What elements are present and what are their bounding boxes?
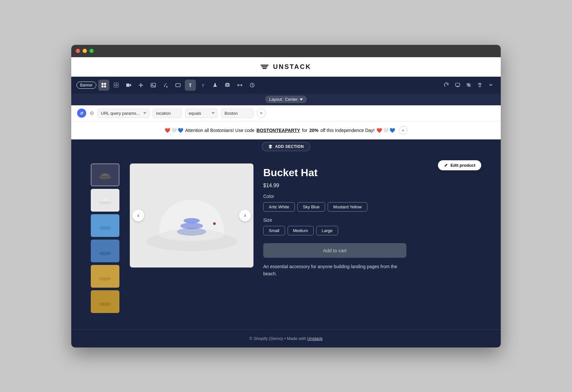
layout-bar: Layout: Center xyxy=(71,94,501,105)
footer-text: © Shopify (Demo) • Made with Unstack xyxy=(78,336,494,341)
paint-icon[interactable] xyxy=(160,80,171,91)
banner-text-suffix: off this Independence Day! xyxy=(320,128,375,133)
svg-rect-17 xyxy=(455,83,459,86)
toolbar: Banner xyxy=(71,77,501,94)
color-options: Artic White Sky Blue Mustard Yellow xyxy=(263,202,481,212)
edit-icon xyxy=(444,163,448,167)
hat-svg xyxy=(143,170,240,261)
clock-icon[interactable] xyxy=(247,80,258,91)
right-hearts: ❤️ 🤍 💙 xyxy=(376,128,395,133)
param-name-input[interactable] xyxy=(153,109,182,118)
size-label: Size xyxy=(263,217,481,223)
layout-dropdown[interactable]: Layout: Center xyxy=(265,96,307,103)
svg-rect-1 xyxy=(104,83,106,85)
toolbar-right-icons xyxy=(442,80,496,90)
color-label: Color xyxy=(263,194,481,199)
thumbnail-6[interactable] xyxy=(91,290,119,313)
svg-point-20 xyxy=(99,201,111,204)
param-type-select[interactable]: URL query params... xyxy=(97,109,149,118)
add-content-button[interactable]: + xyxy=(399,126,407,135)
container-icon[interactable] xyxy=(172,80,184,91)
layers-small-icon xyxy=(268,144,273,149)
svg-rect-7 xyxy=(116,85,118,87)
close-button[interactable] xyxy=(76,49,80,53)
maximize-button[interactable] xyxy=(89,49,94,53)
size-option-large[interactable]: Large xyxy=(316,226,338,235)
if-badge: If xyxy=(77,109,86,118)
refresh-icon[interactable] xyxy=(442,80,451,90)
product-section: Edit product xyxy=(71,154,501,329)
arrows-horizontal-icon[interactable] xyxy=(234,80,245,91)
footer-copyright: © Shopify (Demo) • Made with xyxy=(249,336,307,341)
thumbnail-4[interactable] xyxy=(91,240,119,262)
trash-icon[interactable] xyxy=(475,80,484,90)
banner-text-mid: for xyxy=(302,128,307,133)
add-section-label: ADD SECTION xyxy=(275,144,304,149)
svg-text:T: T xyxy=(202,83,204,88)
add-condition-button[interactable]: + xyxy=(257,109,266,118)
desktop-icon[interactable] xyxy=(453,80,462,90)
product-description: An essential accessory for anyone buildi… xyxy=(263,263,406,278)
thumbnail-3[interactable] xyxy=(91,214,119,237)
gear-icon[interactable]: ⚙ xyxy=(89,110,94,116)
prev-image-button[interactable]: ‹ xyxy=(132,210,144,221)
dashed-grid-icon[interactable] xyxy=(111,80,122,91)
chevron-down-icon[interactable] xyxy=(486,80,496,90)
minimize-button[interactable] xyxy=(83,49,87,53)
thumbnail-2[interactable] xyxy=(91,189,119,212)
svg-point-19 xyxy=(99,175,111,179)
color-option-blue[interactable]: Sky Blue xyxy=(297,202,325,212)
brand-logo: UNSTACK xyxy=(261,63,311,71)
thumbnail-strip xyxy=(91,163,120,313)
image-icon[interactable] xyxy=(148,80,159,91)
add-to-cart-button[interactable]: Add to cart xyxy=(263,243,406,258)
banner-text-prefix: Attention all Bostonians! Use code xyxy=(185,128,254,133)
plus-section-icon[interactable] xyxy=(135,80,146,91)
size-option-small[interactable]: Small xyxy=(263,226,285,235)
main-image-container: ‹ › xyxy=(130,163,253,268)
svg-rect-8 xyxy=(126,84,129,87)
footer: © Shopify (Demo) • Made with Unstack xyxy=(71,329,501,347)
text-bold-icon[interactable]: T xyxy=(185,80,196,91)
product-details: Bucket Hat $14.99 Color Artic White Sky … xyxy=(263,163,481,278)
svg-point-28 xyxy=(180,223,203,229)
eye-off-icon[interactable] xyxy=(464,80,473,90)
red-heart-icon: ❤️ xyxy=(165,128,170,133)
svg-rect-3 xyxy=(104,85,106,87)
video-icon[interactable] xyxy=(123,80,134,91)
grid-icon[interactable] xyxy=(98,80,109,91)
browser-window: UNSTACK Banner xyxy=(71,45,501,347)
svg-rect-11 xyxy=(176,84,180,87)
chevron-icon xyxy=(300,98,303,100)
condition-value-input[interactable] xyxy=(221,109,253,118)
product-price: $14.99 xyxy=(263,183,481,189)
svg-rect-0 xyxy=(102,83,103,85)
thumbnail-1[interactable] xyxy=(91,163,119,186)
left-hearts: ❤️ 🤍 💙 xyxy=(165,128,183,133)
svg-rect-6 xyxy=(114,85,116,87)
size-options: Small Medium Large xyxy=(263,226,481,235)
add-section-button[interactable]: ADD SECTION xyxy=(262,142,310,151)
footer-link[interactable]: Unstack xyxy=(307,336,323,341)
logo-icon xyxy=(261,65,268,69)
if-label: If xyxy=(80,111,83,116)
promo-code: BOSTONTEAPARTY xyxy=(256,128,300,133)
logo-bar: UNSTACK xyxy=(71,57,501,77)
flask-icon[interactable] xyxy=(210,80,221,91)
section-badge[interactable]: Banner xyxy=(76,82,96,89)
banner-strip: ❤️ 🤍 💙 Attention all Bostonians! Use cod… xyxy=(71,122,501,139)
color-option-yellow[interactable]: Mustard Yellow xyxy=(328,202,367,212)
operator-select[interactable]: equals not equals contains xyxy=(185,109,218,118)
svg-point-10 xyxy=(152,84,153,85)
edit-product-button[interactable]: Edit product xyxy=(438,160,481,170)
color-option-white[interactable]: Artic White xyxy=(263,202,295,212)
svg-rect-15 xyxy=(226,83,229,86)
next-image-button[interactable]: › xyxy=(239,210,251,221)
red-heart-icon-right: ❤️ xyxy=(376,128,382,133)
text-italic-icon[interactable]: T xyxy=(197,80,208,91)
size-option-medium[interactable]: Medium xyxy=(288,226,314,235)
thumbnail-5[interactable] xyxy=(91,265,119,288)
discount-amount: 20% xyxy=(309,128,319,133)
layers-icon[interactable] xyxy=(222,80,233,91)
title-bar xyxy=(71,45,501,57)
